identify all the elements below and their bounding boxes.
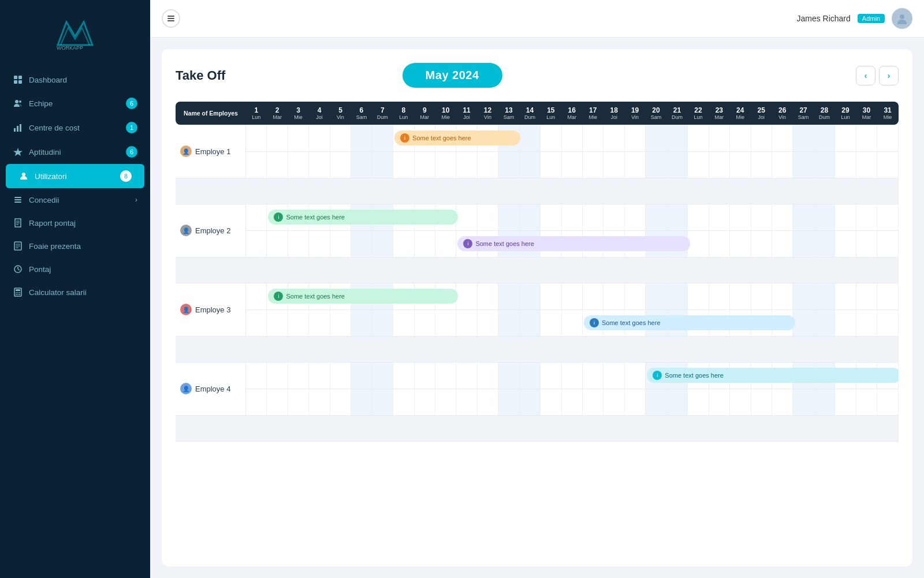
month-badge: May 2024 — [403, 63, 502, 88]
day-header-7: 7Dum — [372, 102, 393, 125]
day-cell — [351, 230, 372, 257]
svg-point-10 — [22, 173, 25, 176]
table-row — [176, 389, 899, 415]
event-bar[interactable]: iSome text goes here — [394, 130, 520, 146]
event-text: Some text goes here — [665, 372, 724, 379]
person-icon — [18, 171, 29, 181]
day-header-1: 1Lun — [246, 102, 267, 125]
day-cell — [267, 125, 288, 151]
event-bar[interactable]: iSome text goes here — [647, 368, 899, 383]
prev-month-button[interactable]: ‹ — [856, 66, 875, 85]
day-cell — [666, 151, 687, 178]
day-cell — [456, 151, 477, 178]
day-cell — [624, 362, 645, 389]
day-cell — [688, 204, 709, 230]
day-header-4: 4Joi — [309, 102, 330, 125]
day-cell — [330, 230, 351, 257]
svg-rect-34 — [167, 20, 174, 21]
sidebar-item-dashboard[interactable]: Dashboard — [0, 68, 150, 91]
event-bar[interactable]: iSome text goes here — [457, 236, 690, 251]
day-cell — [856, 230, 877, 257]
day-header-15: 15Lun — [541, 102, 561, 125]
day-cell — [456, 283, 477, 309]
day-cell — [267, 309, 288, 336]
sidebar-item-concedii[interactable]: Concedii › — [0, 188, 150, 211]
day-cell — [814, 151, 834, 178]
sidebar-item-pontaj[interactable]: Pontaj — [0, 258, 150, 281]
day-cell — [519, 362, 540, 389]
day-header-21: 21Dum — [666, 102, 687, 125]
topbar: James Richard Admin — [150, 0, 924, 38]
day-header-29: 29Lun — [835, 102, 856, 125]
day-cell — [498, 151, 519, 178]
day-cell — [477, 151, 498, 178]
sidebar-item-aptitudini[interactable]: Aptitudini 6 — [0, 140, 150, 164]
gantt-container: Name of Employes 1Lun2Mar3Mie4Joi5Vin6Sa… — [176, 102, 899, 442]
day-cell — [330, 125, 351, 151]
day-cell — [519, 283, 540, 309]
event-bar[interactable]: iSome text goes here — [268, 210, 458, 225]
day-cell — [603, 362, 624, 389]
day-cell — [393, 389, 414, 415]
day-cell — [372, 151, 393, 178]
day-cell — [646, 204, 666, 230]
sidebar-item-foaie-prezenta[interactable]: Foaie prezenta — [0, 234, 150, 258]
svg-rect-3 — [14, 80, 17, 84]
day-cell — [519, 389, 540, 415]
day-cell — [246, 125, 267, 151]
day-cell — [603, 283, 624, 309]
topbar-right: James Richard Admin — [796, 8, 912, 29]
day-cell — [856, 309, 877, 336]
day-cell — [477, 204, 498, 230]
employee-name-cell: 👤Employe 4 — [176, 362, 246, 415]
day-header-16: 16Mar — [561, 102, 582, 125]
day-cell — [793, 309, 814, 336]
day-cell — [877, 230, 899, 257]
day-cell — [793, 204, 814, 230]
event-bar[interactable]: iSome text goes here — [584, 315, 795, 330]
day-cell — [435, 389, 456, 415]
menu-button[interactable] — [162, 9, 180, 28]
grid-icon — [13, 74, 23, 85]
sidebar-item-echipe[interactable]: Echipe 6 — [0, 91, 150, 115]
day-cell — [456, 389, 477, 415]
day-cell — [246, 151, 267, 178]
chart-icon — [13, 122, 23, 133]
gantt-table: Name of Employes 1Lun2Mar3Mie4Joi5Vin6Sa… — [176, 102, 899, 442]
day-cell — [351, 125, 372, 151]
day-cell — [330, 389, 351, 415]
day-header-28: 28Dum — [814, 102, 834, 125]
nav-arrows: ‹ › — [856, 66, 899, 85]
calendar-header: Take Off May 2024 ‹ › — [176, 63, 899, 88]
event-bar[interactable]: iSome text goes here — [268, 289, 458, 304]
day-cell — [351, 362, 372, 389]
day-cell — [666, 389, 687, 415]
sidebar-item-utilizatori[interactable]: Utilizatori 8 — [6, 164, 144, 188]
day-header-18: 18Joi — [603, 102, 624, 125]
event-text: Some text goes here — [286, 293, 345, 300]
day-cell — [498, 204, 519, 230]
day-cell — [603, 125, 624, 151]
avatar[interactable] — [892, 8, 912, 29]
day-cell: iSome text goes here — [583, 309, 603, 336]
next-month-button[interactable]: › — [879, 66, 899, 85]
echipe-badge: 6 — [126, 98, 137, 109]
day-cell — [477, 283, 498, 309]
day-cell — [730, 204, 751, 230]
sidebar-item-centre-cost[interactable]: Centre de cost 1 — [0, 115, 150, 140]
day-cell — [835, 283, 856, 309]
day-cell — [835, 125, 856, 151]
event-icon: i — [653, 371, 662, 380]
sidebar-item-label: Pontaj — [29, 265, 51, 274]
sidebar-logo: WORKAPP — [0, 0, 150, 62]
svg-rect-2 — [18, 76, 22, 79]
day-cell — [772, 125, 792, 151]
utilizatori-badge: 8 — [120, 170, 132, 182]
day-cell — [688, 151, 709, 178]
sidebar-item-raport-pontaj[interactable]: Raport pontaj — [0, 211, 150, 234]
day-cell — [646, 151, 666, 178]
sidebar-item-calculator-salarii[interactable]: Calculator salarii — [0, 281, 150, 304]
chevron-right-icon: › — [135, 196, 137, 204]
day-cell — [624, 389, 645, 415]
day-cell — [477, 362, 498, 389]
